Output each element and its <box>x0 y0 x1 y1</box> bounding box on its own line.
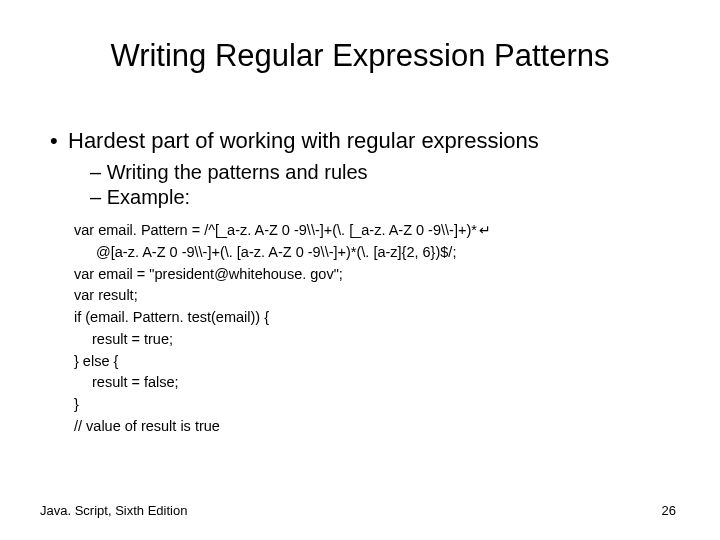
code-line: // value of result is true <box>74 416 660 438</box>
code-line: @[a-z. A-Z 0 -9\\-]+(\. [a-z. A-Z 0 -9\\… <box>74 242 660 264</box>
bullet-level-1: •Hardest part of working with regular ex… <box>50 128 660 154</box>
code-line: var email. Pattern = /^[_a-z. A-Z 0 -9\\… <box>74 220 660 242</box>
code-line: } <box>74 394 660 416</box>
bullet-level-2: – Example: <box>90 185 660 210</box>
code-line: var email = "president@whitehouse. gov"; <box>74 264 660 286</box>
dash-icon: – <box>90 161 107 183</box>
code-line: result = false; <box>74 372 660 394</box>
dash-icon: – <box>90 186 107 208</box>
footer-source: Java. Script, Sixth Edition <box>40 503 187 518</box>
return-arrow-icon: ↵ <box>477 222 491 238</box>
code-line: result = true; <box>74 329 660 351</box>
code-line: var result; <box>74 285 660 307</box>
slide: Writing Regular Expression Patterns •Har… <box>0 0 720 540</box>
slide-title: Writing Regular Expression Patterns <box>0 38 720 74</box>
slide-body: •Hardest part of working with regular ex… <box>50 128 660 438</box>
page-number: 26 <box>662 503 676 518</box>
code-line: if (email. Pattern. test(email)) { <box>74 307 660 329</box>
code-block: var email. Pattern = /^[_a-z. A-Z 0 -9\\… <box>74 220 660 438</box>
bullet-dot-icon: • <box>50 128 68 154</box>
sub-bullet-text: Writing the patterns and rules <box>107 161 368 183</box>
bullet-text: Hardest part of working with regular exp… <box>68 128 539 153</box>
code-text: var email. Pattern = /^[_a-z. A-Z 0 -9\\… <box>74 222 477 238</box>
sub-bullet-text: Example: <box>107 186 190 208</box>
bullet-level-2: – Writing the patterns and rules <box>90 160 660 185</box>
code-line: } else { <box>74 351 660 373</box>
